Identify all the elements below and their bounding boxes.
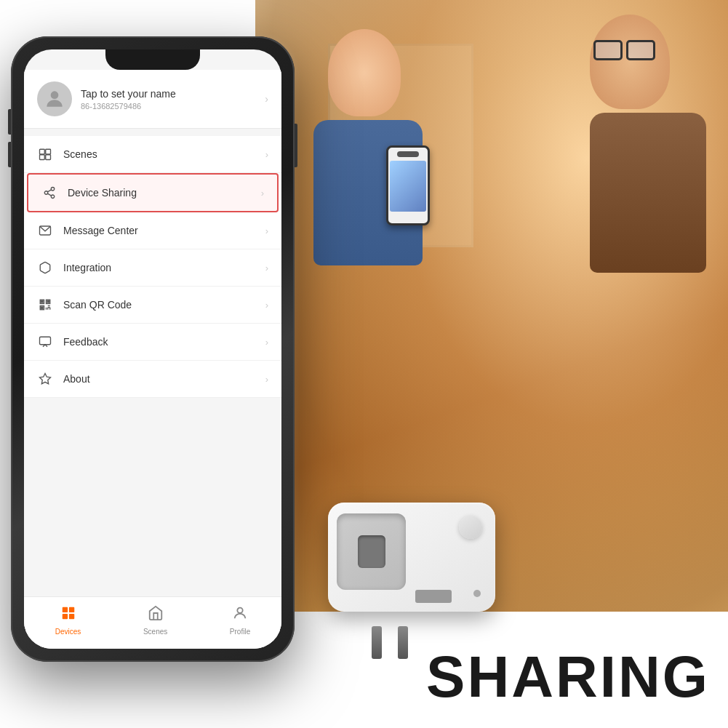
menu-item-scenes[interactable]: Scenes ›: [24, 136, 281, 173]
scenes-chevron: ›: [265, 149, 268, 160]
phone-screen: Tap to set your name 86-13682579486 ›: [24, 49, 281, 649]
plug-pin-right: [398, 626, 408, 659]
plug-usb-port: [415, 590, 452, 603]
message-center-chevron: ›: [265, 225, 268, 236]
menu-item-message-center[interactable]: Message Center ›: [24, 212, 281, 249]
svg-rect-1: [40, 149, 45, 154]
svg-line-9: [47, 190, 51, 192]
plug-socket-area: [337, 513, 406, 590]
plug-power-button[interactable]: [459, 516, 482, 539]
avatar: [37, 81, 72, 116]
sharing-text-container: SHARING: [426, 648, 710, 706]
feedback-icon: [37, 334, 53, 350]
phone-device: Tap to set your name 86-13682579486 ›: [11, 36, 295, 669]
svg-rect-4: [46, 155, 51, 160]
profile-phone-number: 86-13682579486: [81, 102, 265, 111]
screen-content: Tap to set your name 86-13682579486 ›: [24, 70, 281, 649]
smart-plug-device: [313, 503, 510, 648]
share-icon: [41, 185, 57, 201]
svg-rect-16: [41, 307, 43, 308]
feedback-label: Feedback: [63, 336, 265, 348]
phone-notch: [105, 49, 200, 70]
device-sharing-chevron: ›: [261, 188, 264, 199]
svg-line-8: [47, 193, 51, 196]
profile-nav-label: Profile: [230, 628, 250, 636]
plug-pin-left: [372, 626, 382, 659]
svg-rect-2: [46, 149, 51, 154]
integration-icon: [37, 260, 53, 276]
integration-label: Integration: [63, 262, 265, 273]
svg-rect-3: [40, 155, 45, 160]
phone-frame: Tap to set your name 86-13682579486 ›: [11, 36, 295, 662]
profile-section[interactable]: Tap to set your name 86-13682579486 ›: [24, 70, 281, 129]
menu-item-integration[interactable]: Integration ›: [24, 249, 281, 287]
plug-led: [473, 590, 481, 597]
plug-main-body: [328, 503, 495, 612]
profile-chevron: ›: [265, 93, 268, 105]
profile-info: Tap to set your name 86-13682579486: [81, 88, 265, 111]
about-icon: [37, 371, 53, 387]
message-icon: [37, 223, 53, 239]
svg-marker-24: [40, 374, 51, 384]
phone-in-hand: [386, 145, 430, 225]
male-figure: [590, 15, 706, 273]
svg-rect-27: [62, 613, 67, 618]
nav-item-profile[interactable]: Profile: [230, 605, 250, 636]
scenes-nav-label: Scenes: [143, 628, 167, 636]
svg-point-6: [44, 191, 48, 195]
message-center-label: Message Center: [63, 225, 265, 236]
menu-item-device-sharing[interactable]: Device Sharing ›: [27, 173, 279, 212]
devices-nav-icon: [60, 605, 76, 625]
svg-rect-23: [40, 337, 51, 345]
nav-item-scenes[interactable]: Scenes: [143, 605, 167, 636]
svg-rect-28: [68, 613, 73, 618]
bottom-navigation: Devices Scenes: [24, 596, 281, 649]
device-sharing-label: Device Sharing: [68, 187, 261, 199]
svg-rect-14: [41, 301, 43, 303]
about-chevron: ›: [265, 374, 268, 385]
scan-qr-label: Scan QR Code: [63, 299, 265, 311]
volume-up-button: [8, 109, 11, 135]
scenes-icon: [37, 146, 53, 162]
nav-item-devices[interactable]: Devices: [55, 605, 81, 636]
svg-rect-25: [62, 607, 67, 612]
menu-item-feedback[interactable]: Feedback ›: [24, 324, 281, 361]
menu-section: Scenes ›: [24, 136, 281, 398]
menu-item-about[interactable]: About ›: [24, 361, 281, 398]
devices-nav-label: Devices: [55, 628, 81, 636]
svg-rect-15: [47, 301, 49, 303]
power-button: [295, 124, 297, 167]
svg-point-29: [237, 607, 242, 612]
scenes-label: Scenes: [63, 148, 265, 160]
svg-point-0: [51, 91, 59, 99]
sharing-text: SHARING: [426, 644, 710, 709]
qr-icon: [37, 297, 53, 313]
profile-name: Tap to set your name: [81, 88, 265, 100]
svg-point-7: [51, 195, 55, 199]
integration-chevron: ›: [265, 263, 268, 273]
menu-item-scan-qr[interactable]: Scan QR Code ›: [24, 287, 281, 324]
svg-rect-26: [68, 607, 73, 612]
scenes-nav-icon: [148, 605, 164, 625]
socket-slot: [358, 535, 385, 568]
volume-down-button: [8, 142, 11, 167]
scan-qr-chevron: ›: [265, 300, 268, 311]
plug-pins: [372, 626, 408, 659]
svg-point-5: [51, 188, 55, 191]
feedback-chevron: ›: [265, 337, 268, 348]
profile-nav-icon: [232, 605, 248, 625]
about-label: About: [63, 373, 265, 385]
